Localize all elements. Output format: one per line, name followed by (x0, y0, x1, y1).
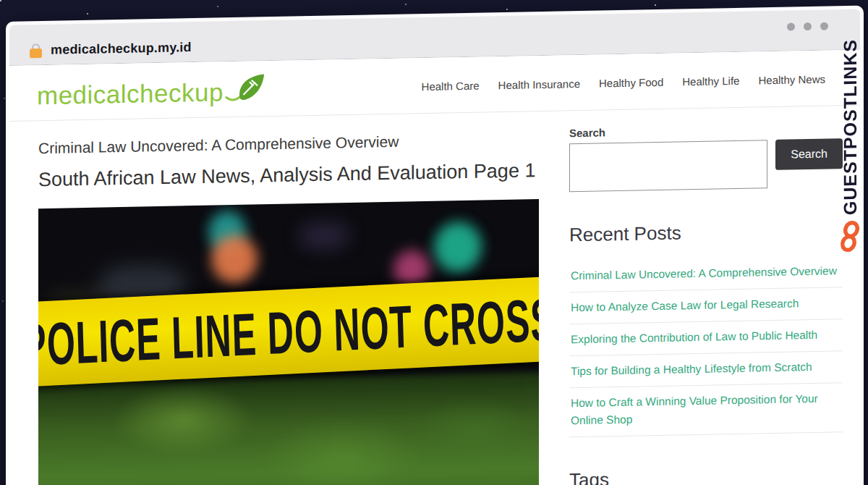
grass-blur (38, 372, 539, 485)
nav-item-healthy-life[interactable]: Healthy Life (682, 74, 739, 87)
window-dot-icon[interactable] (804, 22, 812, 30)
browser-window: medicalcheckup.my.id medicalcheckup (6, 6, 864, 485)
recent-post-link[interactable]: Exploring the Contribution of Law to Pub… (571, 329, 817, 345)
recent-post-link[interactable]: How to Analyze Case Law for Legal Resear… (571, 297, 799, 313)
list-item: Criminal Law Uncovered: A Comprehensive … (569, 256, 843, 292)
article-column: Criminal Law Uncovered: A Comprehensive … (38, 126, 539, 485)
featured-image-police-tape: POLICE LINE DO NOT CROSS (38, 199, 539, 485)
window-dot-icon[interactable] (820, 22, 828, 30)
url-text[interactable]: medicalcheckup.my.id (51, 40, 192, 58)
article-category-title: Criminal Law Uncovered: A Comprehensive … (38, 130, 539, 157)
page-title: South African Law News, Analysis And Eva… (38, 159, 539, 191)
window-controls[interactable] (787, 22, 828, 31)
list-item: How to Analyze Case Law for Legal Resear… (569, 287, 843, 324)
lock-icon (30, 43, 42, 58)
search-input[interactable] (569, 140, 767, 192)
search-button[interactable]: Search (775, 138, 843, 170)
logo-text[interactable]: medicalcheckup (37, 77, 224, 110)
recent-posts-heading: Recent Posts (569, 219, 843, 246)
nav-item-healthy-news[interactable]: Healthy News (758, 72, 825, 86)
address-bar[interactable]: medicalcheckup.my.id (30, 40, 192, 58)
police-tape-text: POLICE LINE DO NOT CROSS (38, 284, 539, 379)
window-dot-icon[interactable] (787, 22, 795, 30)
search-form: Search (569, 138, 843, 192)
guestpostlinks-label: GUESTPOSTLINKS (840, 39, 861, 216)
tags-heading: Tags (569, 464, 843, 485)
bokeh-light (434, 222, 482, 273)
nav-item-health-insurance[interactable]: Health Insurance (498, 77, 580, 91)
search-label: Search (569, 122, 843, 139)
starfield-background (0, 0, 1, 1)
web-page: medicalcheckup Health Care (9, 50, 860, 485)
bokeh-light (211, 235, 258, 283)
main-nav: Health Care Health Insurance Healthy Foo… (422, 72, 825, 93)
guestpostlinks-watermark: GUESTPOSTLINKS (837, 39, 863, 256)
chain-link-icon (840, 221, 860, 256)
main-content: Criminal Law Uncovered: A Comprehensive … (9, 106, 860, 485)
recent-posts-list: Criminal Law Uncovered: A Comprehensive … (569, 256, 843, 437)
recent-post-link[interactable]: Tips for Building a Healthy Lifestyle fr… (571, 360, 812, 377)
site-logo[interactable]: medicalcheckup (37, 72, 265, 110)
nav-item-health-care[interactable]: Health Care (422, 79, 480, 93)
nav-item-healthy-food[interactable]: Healthy Food (599, 75, 663, 89)
bokeh-light (299, 221, 349, 250)
leaf-fork-icon (225, 72, 265, 106)
list-item: How to Craft a Winning Value Proposition… (569, 383, 843, 437)
recent-post-link[interactable]: How to Craft a Winning Value Proposition… (571, 392, 818, 426)
list-item: Exploring the Contribution of Law to Pub… (569, 319, 843, 356)
list-item: Tips for Building a Healthy Lifestyle fr… (569, 351, 843, 388)
sidebar: Search Search Recent Posts Criminal Law … (569, 120, 843, 485)
recent-post-link[interactable]: Criminal Law Uncovered: A Comprehensive … (571, 264, 837, 282)
